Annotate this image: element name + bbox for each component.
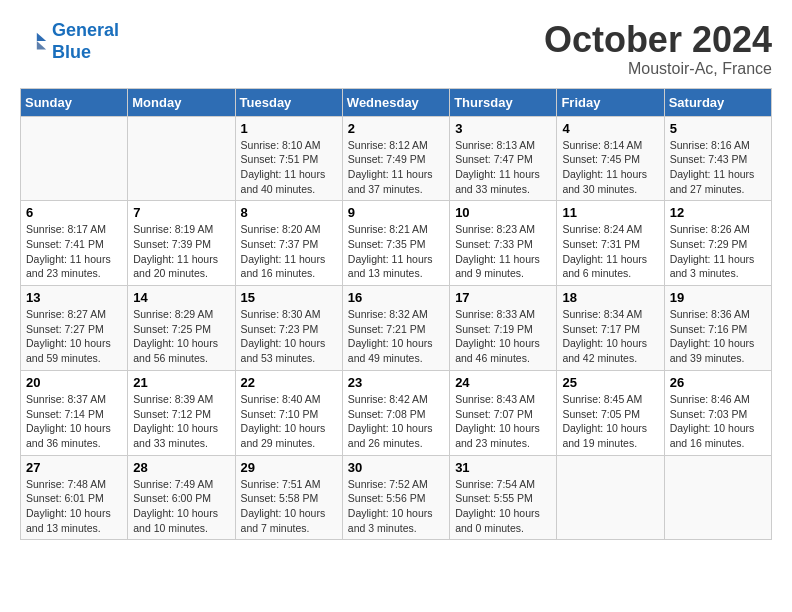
day-info: Sunrise: 8:37 AM Sunset: 7:14 PM Dayligh… (26, 392, 122, 451)
day-info: Sunrise: 8:36 AM Sunset: 7:16 PM Dayligh… (670, 307, 766, 366)
day-number: 17 (455, 290, 551, 305)
calendar-day-cell: 9Sunrise: 8:21 AM Sunset: 7:35 PM Daylig… (342, 201, 449, 286)
day-of-week-header: Thursday (450, 88, 557, 116)
day-info: Sunrise: 7:49 AM Sunset: 6:00 PM Dayligh… (133, 477, 229, 536)
day-of-week-header: Sunday (21, 88, 128, 116)
day-info: Sunrise: 8:42 AM Sunset: 7:08 PM Dayligh… (348, 392, 444, 451)
day-info: Sunrise: 8:23 AM Sunset: 7:33 PM Dayligh… (455, 222, 551, 281)
day-number: 4 (562, 121, 658, 136)
day-number: 1 (241, 121, 337, 136)
calendar-header-row: SundayMondayTuesdayWednesdayThursdayFrid… (21, 88, 772, 116)
day-number: 15 (241, 290, 337, 305)
day-info: Sunrise: 7:48 AM Sunset: 6:01 PM Dayligh… (26, 477, 122, 536)
location: Moustoir-Ac, France (544, 60, 772, 78)
calendar-day-cell: 31Sunrise: 7:54 AM Sunset: 5:55 PM Dayli… (450, 455, 557, 540)
day-number: 14 (133, 290, 229, 305)
calendar-day-cell: 16Sunrise: 8:32 AM Sunset: 7:21 PM Dayli… (342, 286, 449, 371)
calendar-day-cell: 21Sunrise: 8:39 AM Sunset: 7:12 PM Dayli… (128, 370, 235, 455)
svg-marker-0 (37, 32, 46, 40)
day-info: Sunrise: 8:27 AM Sunset: 7:27 PM Dayligh… (26, 307, 122, 366)
day-info: Sunrise: 8:43 AM Sunset: 7:07 PM Dayligh… (455, 392, 551, 451)
day-number: 29 (241, 460, 337, 475)
calendar-day-cell: 26Sunrise: 8:46 AM Sunset: 7:03 PM Dayli… (664, 370, 771, 455)
day-number: 31 (455, 460, 551, 475)
day-info: Sunrise: 8:17 AM Sunset: 7:41 PM Dayligh… (26, 222, 122, 281)
day-number: 5 (670, 121, 766, 136)
calendar-day-cell: 29Sunrise: 7:51 AM Sunset: 5:58 PM Dayli… (235, 455, 342, 540)
calendar-table: SundayMondayTuesdayWednesdayThursdayFrid… (20, 88, 772, 541)
calendar-day-cell (128, 116, 235, 201)
calendar-day-cell: 3Sunrise: 8:13 AM Sunset: 7:47 PM Daylig… (450, 116, 557, 201)
day-of-week-header: Monday (128, 88, 235, 116)
day-number: 9 (348, 205, 444, 220)
day-number: 3 (455, 121, 551, 136)
svg-marker-1 (37, 41, 46, 49)
month-title: October 2024 (544, 20, 772, 60)
calendar-day-cell: 27Sunrise: 7:48 AM Sunset: 6:01 PM Dayli… (21, 455, 128, 540)
day-of-week-header: Friday (557, 88, 664, 116)
day-number: 16 (348, 290, 444, 305)
day-number: 12 (670, 205, 766, 220)
day-number: 28 (133, 460, 229, 475)
calendar-day-cell: 8Sunrise: 8:20 AM Sunset: 7:37 PM Daylig… (235, 201, 342, 286)
day-number: 11 (562, 205, 658, 220)
calendar-day-cell: 5Sunrise: 8:16 AM Sunset: 7:43 PM Daylig… (664, 116, 771, 201)
logo: GeneralBlue (20, 20, 119, 63)
page-header: GeneralBlue October 2024 Moustoir-Ac, Fr… (20, 20, 772, 78)
day-number: 24 (455, 375, 551, 390)
calendar-day-cell: 4Sunrise: 8:14 AM Sunset: 7:45 PM Daylig… (557, 116, 664, 201)
day-of-week-header: Saturday (664, 88, 771, 116)
calendar-day-cell: 11Sunrise: 8:24 AM Sunset: 7:31 PM Dayli… (557, 201, 664, 286)
day-number: 7 (133, 205, 229, 220)
day-number: 26 (670, 375, 766, 390)
calendar-day-cell: 19Sunrise: 8:36 AM Sunset: 7:16 PM Dayli… (664, 286, 771, 371)
day-info: Sunrise: 8:39 AM Sunset: 7:12 PM Dayligh… (133, 392, 229, 451)
day-number: 20 (26, 375, 122, 390)
day-info: Sunrise: 8:46 AM Sunset: 7:03 PM Dayligh… (670, 392, 766, 451)
calendar-day-cell: 17Sunrise: 8:33 AM Sunset: 7:19 PM Dayli… (450, 286, 557, 371)
day-info: Sunrise: 8:32 AM Sunset: 7:21 PM Dayligh… (348, 307, 444, 366)
calendar-day-cell: 24Sunrise: 8:43 AM Sunset: 7:07 PM Dayli… (450, 370, 557, 455)
day-info: Sunrise: 8:34 AM Sunset: 7:17 PM Dayligh… (562, 307, 658, 366)
logo-text: GeneralBlue (52, 20, 119, 63)
calendar-week-row: 27Sunrise: 7:48 AM Sunset: 6:01 PM Dayli… (21, 455, 772, 540)
day-info: Sunrise: 8:29 AM Sunset: 7:25 PM Dayligh… (133, 307, 229, 366)
calendar-week-row: 1Sunrise: 8:10 AM Sunset: 7:51 PM Daylig… (21, 116, 772, 201)
calendar-day-cell: 25Sunrise: 8:45 AM Sunset: 7:05 PM Dayli… (557, 370, 664, 455)
calendar-day-cell: 22Sunrise: 8:40 AM Sunset: 7:10 PM Dayli… (235, 370, 342, 455)
calendar-day-cell: 6Sunrise: 8:17 AM Sunset: 7:41 PM Daylig… (21, 201, 128, 286)
calendar-day-cell: 18Sunrise: 8:34 AM Sunset: 7:17 PM Dayli… (557, 286, 664, 371)
day-number: 21 (133, 375, 229, 390)
calendar-day-cell: 23Sunrise: 8:42 AM Sunset: 7:08 PM Dayli… (342, 370, 449, 455)
day-info: Sunrise: 8:26 AM Sunset: 7:29 PM Dayligh… (670, 222, 766, 281)
calendar-day-cell (557, 455, 664, 540)
day-info: Sunrise: 8:19 AM Sunset: 7:39 PM Dayligh… (133, 222, 229, 281)
day-info: Sunrise: 8:21 AM Sunset: 7:35 PM Dayligh… (348, 222, 444, 281)
calendar-day-cell: 1Sunrise: 8:10 AM Sunset: 7:51 PM Daylig… (235, 116, 342, 201)
day-number: 2 (348, 121, 444, 136)
calendar-day-cell: 13Sunrise: 8:27 AM Sunset: 7:27 PM Dayli… (21, 286, 128, 371)
calendar-day-cell: 7Sunrise: 8:19 AM Sunset: 7:39 PM Daylig… (128, 201, 235, 286)
calendar-day-cell (664, 455, 771, 540)
day-info: Sunrise: 8:16 AM Sunset: 7:43 PM Dayligh… (670, 138, 766, 197)
day-info: Sunrise: 8:45 AM Sunset: 7:05 PM Dayligh… (562, 392, 658, 451)
day-info: Sunrise: 8:13 AM Sunset: 7:47 PM Dayligh… (455, 138, 551, 197)
day-info: Sunrise: 7:51 AM Sunset: 5:58 PM Dayligh… (241, 477, 337, 536)
day-number: 25 (562, 375, 658, 390)
day-number: 22 (241, 375, 337, 390)
logo-icon (20, 28, 48, 56)
day-number: 27 (26, 460, 122, 475)
day-info: Sunrise: 8:24 AM Sunset: 7:31 PM Dayligh… (562, 222, 658, 281)
day-number: 6 (26, 205, 122, 220)
calendar-week-row: 6Sunrise: 8:17 AM Sunset: 7:41 PM Daylig… (21, 201, 772, 286)
day-info: Sunrise: 7:52 AM Sunset: 5:56 PM Dayligh… (348, 477, 444, 536)
day-number: 30 (348, 460, 444, 475)
title-block: October 2024 Moustoir-Ac, France (544, 20, 772, 78)
calendar-day-cell: 28Sunrise: 7:49 AM Sunset: 6:00 PM Dayli… (128, 455, 235, 540)
day-of-week-header: Tuesday (235, 88, 342, 116)
calendar-day-cell: 2Sunrise: 8:12 AM Sunset: 7:49 PM Daylig… (342, 116, 449, 201)
day-info: Sunrise: 8:20 AM Sunset: 7:37 PM Dayligh… (241, 222, 337, 281)
day-info: Sunrise: 8:30 AM Sunset: 7:23 PM Dayligh… (241, 307, 337, 366)
day-number: 8 (241, 205, 337, 220)
day-info: Sunrise: 8:33 AM Sunset: 7:19 PM Dayligh… (455, 307, 551, 366)
